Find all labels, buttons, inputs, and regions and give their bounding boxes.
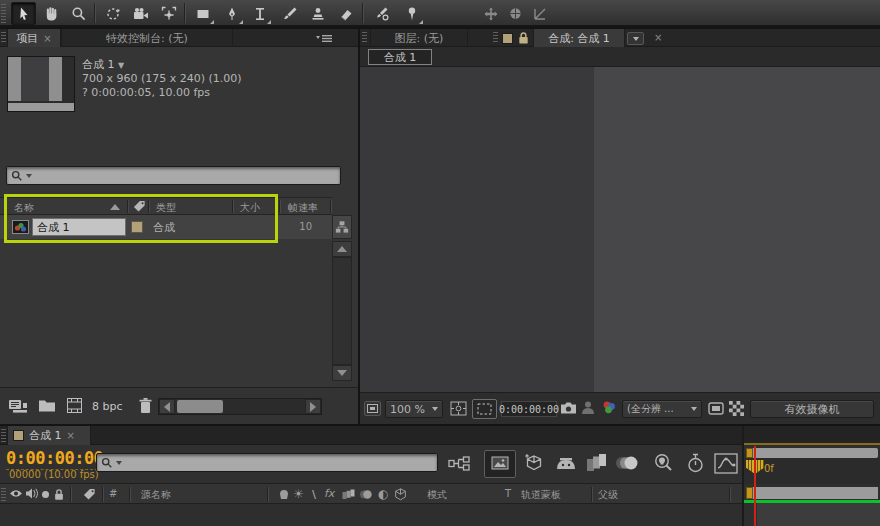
video-visibility-icon[interactable] bbox=[9, 488, 23, 499]
lock-icon[interactable] bbox=[517, 31, 530, 45]
local-axis-mode-button[interactable] bbox=[478, 2, 503, 25]
column-source-name[interactable]: 源名称 bbox=[141, 488, 171, 502]
viewer-close-icon[interactable]: × bbox=[654, 32, 662, 43]
project-vscroll-track[interactable] bbox=[332, 257, 352, 365]
time-ruler[interactable]: 0f bbox=[744, 458, 880, 484]
scroll-up-button[interactable] bbox=[332, 241, 352, 257]
layer-list-empty-area[interactable] bbox=[0, 504, 742, 526]
tab-project[interactable]: 项目 × bbox=[7, 29, 61, 47]
eraser-tool-button[interactable] bbox=[333, 2, 358, 25]
timeline-search-input[interactable] bbox=[125, 456, 433, 469]
search-options-icon[interactable] bbox=[116, 461, 122, 465]
column-t[interactable]: T bbox=[505, 488, 511, 499]
pen-tool-button[interactable] bbox=[219, 2, 244, 25]
hscroll-left-button[interactable] bbox=[159, 399, 175, 414]
viewer-pasteboard[interactable] bbox=[360, 67, 594, 392]
rectangle-tool-button[interactable] bbox=[190, 2, 215, 25]
label-column-icon[interactable] bbox=[83, 488, 96, 501]
column-type[interactable]: 类型 bbox=[156, 201, 176, 215]
comp-timecode-field[interactable]: 0:00:00:00 bbox=[501, 401, 557, 417]
effects-icon[interactable]: fx bbox=[324, 487, 334, 500]
solo-icon[interactable] bbox=[42, 491, 49, 498]
view-camera-dropdown[interactable]: 有效摄像机 bbox=[750, 400, 874, 418]
panel-grip[interactable] bbox=[362, 32, 367, 44]
graph-editor-icon[interactable] bbox=[714, 453, 738, 474]
current-timecode[interactable]: 0:00:00:00 bbox=[6, 448, 103, 470]
region-of-interest-button[interactable] bbox=[472, 399, 497, 419]
item-name-edit-field[interactable]: 合成 1 bbox=[32, 218, 126, 236]
hscroll-right-button[interactable] bbox=[305, 399, 321, 414]
layer-track-area[interactable] bbox=[757, 503, 880, 526]
delete-icon[interactable] bbox=[138, 397, 153, 414]
time-navigator-bar[interactable] bbox=[746, 448, 878, 458]
timeline-search-box[interactable] bbox=[96, 453, 438, 472]
viewer-dropdown-button[interactable] bbox=[627, 32, 644, 45]
clone-stamp-tool-button[interactable] bbox=[305, 2, 330, 25]
info-comp-name[interactable]: 合成 1 ▼ bbox=[82, 57, 124, 72]
safe-margins-icon[interactable] bbox=[450, 401, 467, 416]
column-size[interactable]: 大小 bbox=[240, 201, 260, 215]
column-mode[interactable]: 模式 bbox=[427, 488, 447, 502]
resolution-dropdown[interactable]: (全分辨 ... bbox=[622, 400, 702, 418]
camera-tool-button[interactable] bbox=[128, 2, 153, 25]
world-axis-mode-button[interactable] bbox=[503, 2, 528, 25]
motion-blur-switch-icon[interactable] bbox=[359, 489, 373, 500]
time-navigator-start-handle[interactable] bbox=[746, 448, 753, 458]
selection-tool-button[interactable] bbox=[11, 2, 36, 25]
brainstorm-icon[interactable] bbox=[652, 453, 674, 474]
zoom-tool-button[interactable] bbox=[66, 2, 91, 25]
tab-composition[interactable]: 合成: 合成 1 bbox=[533, 29, 625, 47]
type-tool-button[interactable] bbox=[247, 2, 272, 25]
column-parent[interactable]: 父级 bbox=[598, 488, 618, 502]
collapse-transformations-icon[interactable]: ☀ bbox=[293, 487, 304, 501]
pan-behind-tool-button[interactable] bbox=[156, 2, 181, 25]
show-snapshot-icon[interactable] bbox=[581, 400, 595, 415]
search-options-icon[interactable] bbox=[26, 174, 32, 178]
puppet-pin-tool-button[interactable] bbox=[399, 2, 424, 25]
work-area-start-handle[interactable] bbox=[746, 487, 753, 499]
comp-mini-flowchart-icon[interactable] bbox=[448, 456, 470, 471]
3d-layer-icon[interactable] bbox=[394, 488, 407, 501]
draft-3d-icon[interactable] bbox=[522, 453, 544, 473]
project-search-input[interactable] bbox=[35, 169, 336, 182]
tab-effect-controls[interactable]: 特效控制台: (无) bbox=[61, 29, 233, 47]
toolbar-grip[interactable] bbox=[1, 4, 6, 23]
viewer-tab[interactable]: 合成 1 bbox=[368, 49, 432, 65]
bit-depth-control[interactable]: 8 bpc bbox=[92, 400, 123, 413]
motion-blur-icon[interactable] bbox=[616, 454, 640, 472]
quality-icon[interactable]: \ bbox=[312, 488, 316, 501]
new-composition-icon[interactable] bbox=[66, 397, 83, 414]
label-column-icon[interactable] bbox=[133, 200, 146, 213]
panel-grip[interactable] bbox=[493, 32, 498, 44]
panel-grip[interactable] bbox=[1, 488, 6, 501]
shy-switch-icon[interactable] bbox=[277, 489, 291, 500]
hscroll-thumb[interactable] bbox=[177, 400, 223, 413]
panel-grip[interactable] bbox=[1, 32, 6, 44]
comp-thumbnail[interactable] bbox=[7, 56, 75, 112]
hand-tool-button[interactable] bbox=[39, 2, 64, 25]
lock-column-icon[interactable] bbox=[53, 488, 65, 501]
new-folder-icon[interactable] bbox=[38, 398, 56, 413]
column-index[interactable]: # bbox=[109, 488, 117, 499]
always-preview-icon[interactable] bbox=[364, 401, 381, 416]
frame-blending-icon[interactable] bbox=[586, 453, 608, 473]
panel-grip[interactable] bbox=[1, 429, 6, 442]
frame-blend-switch-icon[interactable] bbox=[342, 489, 355, 500]
timeline-tab[interactable]: 合成 1 × bbox=[7, 426, 91, 445]
live-update-button[interactable] bbox=[484, 450, 516, 478]
expand-arrow-icon[interactable]: ▼ bbox=[118, 61, 124, 70]
snapshot-camera-icon[interactable] bbox=[560, 401, 577, 415]
transparency-grid-icon[interactable] bbox=[729, 401, 744, 416]
label-color-swatch[interactable] bbox=[131, 221, 143, 233]
flowchart-icon[interactable] bbox=[332, 215, 352, 239]
current-time-indicator-line[interactable] bbox=[754, 446, 756, 526]
adjustment-layer-icon[interactable]: ◐ bbox=[378, 487, 388, 501]
column-name[interactable]: 名称 bbox=[14, 201, 34, 215]
column-track-matte[interactable]: 轨道蒙板 bbox=[521, 488, 561, 502]
tab-close-icon[interactable]: × bbox=[67, 430, 75, 441]
view-axis-mode-button[interactable] bbox=[527, 2, 552, 25]
magnification-dropdown[interactable]: 100 % bbox=[385, 400, 443, 418]
auto-keyframe-icon[interactable] bbox=[686, 453, 705, 474]
table-row[interactable]: 合成 1 合成 10 bbox=[0, 215, 332, 239]
project-search-box[interactable] bbox=[6, 166, 341, 185]
